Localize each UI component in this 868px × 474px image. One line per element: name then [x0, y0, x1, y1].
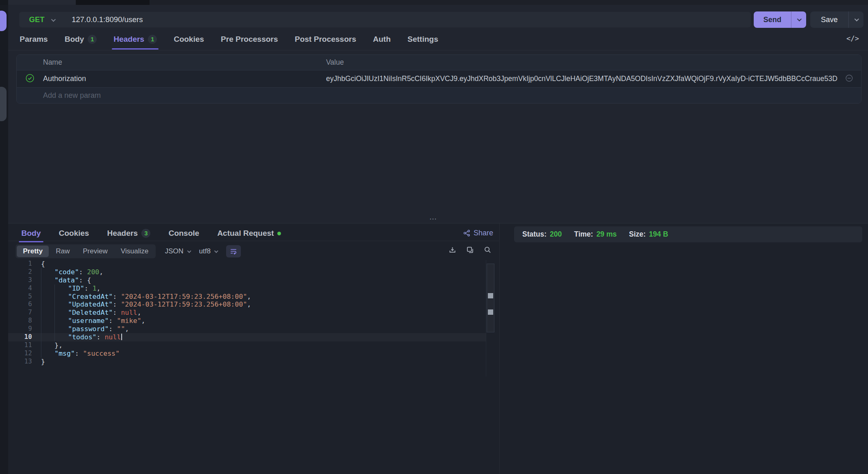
token-p: { — [87, 276, 91, 284]
code-line: 9"password": "", — [8, 325, 486, 333]
code-line: 1{ — [8, 260, 486, 268]
view-mode-pretty[interactable]: Pretty — [17, 246, 49, 257]
request-tab-label-auth: Auth — [373, 35, 390, 44]
request-tab-auth[interactable]: Auth — [373, 35, 390, 44]
token-u: null — [104, 333, 121, 341]
request-tab-body[interactable]: Body1 — [65, 35, 97, 44]
request-pane: GET 127.0.0.1:8090/users Send Save Param… — [8, 5, 868, 223]
code-line: 3"data": { — [8, 276, 486, 284]
response-meta-pane: Status:200Time:29 msSize:194 B — [499, 223, 868, 474]
indent-guide — [41, 300, 54, 309]
code-line: 11}, — [8, 341, 486, 350]
method-chevron-down-icon[interactable] — [51, 16, 54, 23]
response-tab-actual-request[interactable]: Actual Request — [217, 229, 281, 238]
response-tab-cookies[interactable]: Cookies — [59, 229, 89, 238]
code-line: 8"username": "mike", — [8, 317, 486, 325]
token-k: "code" — [54, 268, 79, 276]
indent-guide — [54, 325, 68, 333]
share-button[interactable]: Share — [463, 229, 493, 237]
indent-guide — [41, 309, 54, 317]
header-value-cell[interactable]: eyJhbGciOiJIUzI1NiIsInR5cCI6IkpXVCJ9.eyJ… — [326, 74, 837, 83]
remove-row-icon[interactable] — [845, 74, 853, 84]
column-header-name: Name — [43, 58, 326, 67]
headers-table-header-row: Name Value — [17, 55, 861, 70]
line-number: 11 — [8, 341, 37, 350]
request-tab-label-settings: Settings — [408, 35, 438, 44]
view-mode-raw[interactable]: Raw — [50, 246, 76, 257]
response-tab-console[interactable]: Console — [168, 229, 199, 238]
code-line: 13} — [8, 358, 486, 366]
send-button[interactable]: Send — [754, 11, 806, 28]
view-mode-visualize[interactable]: Visualize — [115, 246, 155, 257]
request-tab-settings[interactable]: Settings — [408, 35, 438, 44]
sidebar-item-indicator[interactable] — [0, 87, 7, 121]
word-wrap-toggle[interactable] — [226, 245, 241, 257]
line-number: 6 — [8, 300, 37, 309]
download-response-icon[interactable] — [449, 246, 456, 254]
token-k: "DeletedAt" — [68, 309, 113, 316]
token-p: : — [79, 276, 87, 284]
pane-resize-handle[interactable]: ⋯ — [429, 214, 437, 223]
save-button[interactable]: Save — [810, 11, 863, 28]
token-k: "username" — [68, 317, 109, 325]
indent-guide — [41, 333, 54, 341]
send-dropdown-chevron-icon[interactable] — [791, 11, 806, 28]
request-tab-post-processors[interactable]: Post Processors — [295, 35, 356, 44]
add-param-placeholder[interactable]: Add a new param — [43, 91, 326, 100]
overview-ruler-mark — [488, 293, 493, 298]
token-p: }, — [54, 341, 63, 349]
window-tab-active[interactable] — [76, 0, 150, 5]
header-name-cell[interactable]: Authorization — [43, 74, 326, 83]
token-s: "mike" — [117, 317, 141, 325]
generate-code-icon[interactable]: </> — [846, 34, 859, 43]
encoding-dropdown[interactable]: utf8 — [199, 247, 217, 255]
sidebar-active-item-indicator[interactable] — [0, 11, 7, 31]
indent-guide — [54, 293, 68, 301]
line-number: 9 — [8, 325, 37, 333]
format-chevron-down-icon — [187, 249, 191, 253]
response-body-editor[interactable]: 1{2"code": 200,3"data": {4"ID": 1,5"Crea… — [8, 260, 499, 474]
token-k: "UpdatedAt" — [68, 300, 113, 308]
indent-guide — [54, 300, 68, 309]
header-row: AuthorizationeyJhbGciOiJIUzI1NiIsInR5cCI… — [17, 70, 861, 88]
response-tab-headers[interactable]: Headers3 — [107, 229, 150, 238]
send-button-label: Send — [754, 11, 791, 28]
token-s: "" — [117, 325, 125, 333]
token-n: 1 — [93, 284, 97, 292]
status-item-label: Status: — [522, 230, 546, 239]
request-tab-pre-processors[interactable]: Pre Processors — [221, 35, 278, 44]
code-line: 10"todos": null — [8, 333, 486, 341]
save-dropdown-chevron-icon[interactable] — [848, 11, 863, 28]
request-tab-label-body: Body — [65, 35, 84, 44]
response-tab-label-cookies: Cookies — [59, 229, 89, 238]
tab-count-badge: 1 — [88, 35, 97, 44]
collapsed-sidebar-rail — [0, 5, 8, 474]
add-param-row[interactable]: Add a new param — [17, 88, 861, 103]
request-tab-params[interactable]: Params — [20, 35, 48, 44]
encoding-dropdown-label: utf8 — [199, 247, 211, 255]
method-select[interactable]: GET — [29, 16, 45, 24]
indent-guide — [41, 350, 54, 358]
window-tab[interactable] — [8, 0, 76, 5]
status-item-label: Time: — [574, 230, 593, 239]
url-input[interactable]: 127.0.0.1:8090/users — [72, 15, 143, 24]
request-tab-cookies[interactable]: Cookies — [174, 35, 204, 44]
enabled-check-icon[interactable] — [25, 74, 34, 84]
token-p: : — [84, 284, 93, 292]
request-tab-headers[interactable]: Headers1 — [113, 35, 157, 44]
copy-response-icon[interactable] — [466, 246, 474, 254]
code-line: 6"UpdatedAt": "2024-03-12T17:59:23.256+0… — [8, 300, 486, 309]
response-tab-body[interactable]: Body — [21, 229, 41, 238]
token-p: : — [97, 333, 105, 341]
token-k: "CreatedAt" — [68, 293, 113, 300]
search-response-icon[interactable] — [484, 246, 492, 254]
indent-guide — [54, 317, 68, 325]
token-u: null — [121, 309, 137, 316]
view-mode-preview[interactable]: Preview — [77, 246, 113, 257]
indent-guide — [41, 284, 54, 293]
line-number: 13 — [8, 358, 37, 366]
token-p: , — [125, 325, 129, 333]
indent-guide — [41, 317, 54, 325]
line-number: 8 — [8, 317, 37, 325]
format-dropdown[interactable]: JSON — [165, 247, 190, 255]
